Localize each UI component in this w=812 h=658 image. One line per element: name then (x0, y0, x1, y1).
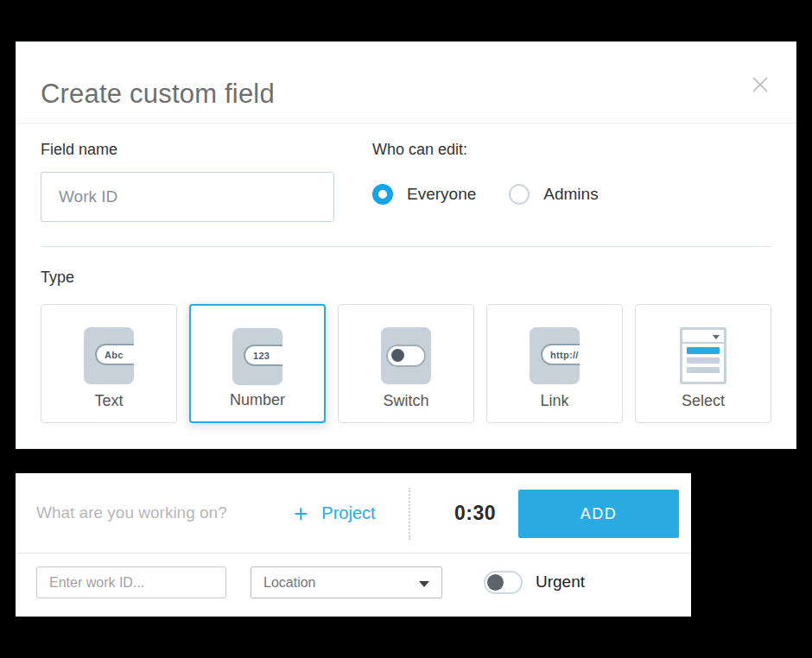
work-id-input[interactable] (36, 566, 226, 598)
create-custom-field-dialog: Create custom field Field name Who can e… (16, 41, 796, 449)
who-can-edit-label: Who can edit: (372, 141, 467, 159)
dialog-header: Create custom field (16, 42, 796, 123)
type-card-label: Number (191, 391, 324, 409)
type-card-label: Select (636, 392, 771, 410)
section-divider (41, 246, 771, 247)
select-icon (680, 327, 726, 384)
radio-selected-icon[interactable] (372, 184, 393, 205)
dialog-title: Create custom field (41, 79, 275, 110)
radio-admins[interactable]: Admins (509, 184, 598, 205)
time-tracker-bar: + Project 0:30 ADD Location Urgent (16, 473, 691, 617)
radio-admins-label: Admins (543, 185, 598, 204)
link-preview: http:// (541, 344, 580, 365)
link-field-icon: http:// (530, 327, 580, 384)
number-field-icon: 123 (232, 328, 282, 385)
radio-everyone-label: Everyone (407, 185, 476, 204)
screen-background: Create custom field Field name Who can e… (0, 0, 812, 658)
type-label: Type (41, 269, 74, 287)
type-card-label: Text (41, 392, 176, 410)
toggle-knob (487, 574, 504, 591)
close-icon[interactable] (751, 75, 770, 94)
field-name-input[interactable] (41, 172, 334, 222)
location-select-value: Location (263, 575, 316, 591)
text-preview: Abc (95, 344, 134, 365)
dotted-divider (409, 488, 410, 540)
type-card-select[interactable]: Select (635, 304, 771, 423)
radio-everyone[interactable]: Everyone (372, 184, 476, 205)
switch-icon (381, 327, 431, 384)
type-card-label: Switch (339, 392, 473, 410)
field-name-label: Field name (41, 141, 117, 159)
number-preview: 123 (244, 345, 282, 366)
type-card-link[interactable]: http:// Link (486, 304, 623, 423)
radio-unselected-icon[interactable] (509, 184, 530, 205)
tracker-secondary-row: Location Urgent (16, 554, 691, 616)
location-select[interactable]: Location (251, 566, 442, 598)
plus-icon: + (294, 502, 308, 526)
description-input[interactable] (36, 494, 287, 532)
type-card-row: Abc Text 123 Number (41, 304, 771, 423)
type-card-label: Link (487, 392, 622, 410)
chevron-down-icon (419, 581, 429, 587)
dialog-body: Field name Who can edit: Everyone Admins… (16, 123, 796, 449)
project-button-label: Project (321, 503, 375, 523)
type-card-text[interactable]: Abc Text (41, 304, 177, 423)
urgent-toggle[interactable] (484, 571, 523, 594)
type-card-number[interactable]: 123 Number (189, 304, 326, 423)
type-card-switch[interactable]: Switch (338, 304, 474, 423)
add-project-button[interactable]: + Project (294, 473, 376, 554)
timer-value: 0:30 (436, 473, 514, 554)
who-can-edit-radio-group: Everyone Admins (372, 184, 599, 205)
urgent-label: Urgent (536, 573, 585, 592)
tracker-main-row: + Project 0:30 ADD (16, 473, 691, 554)
add-button[interactable]: ADD (518, 490, 679, 538)
text-field-icon: Abc (84, 327, 134, 384)
